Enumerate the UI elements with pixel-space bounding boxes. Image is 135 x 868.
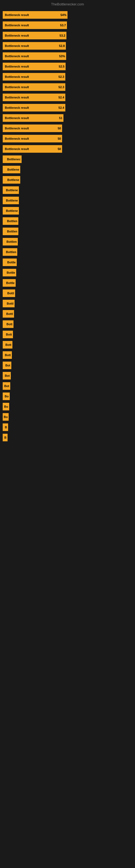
bar-label: Bottle (6, 281, 14, 284)
bar-label: Bottl (7, 302, 13, 305)
bar-label: Bott (6, 333, 12, 336)
bar-fill: B (3, 434, 8, 441)
bar-label: Bottleneck result (4, 65, 59, 68)
bar-row: Bottleneck result52.5 (3, 62, 132, 71)
bar-fill: Bo (3, 413, 9, 421)
bar-value: 52.4 (58, 106, 64, 109)
bar-label: Bott (5, 343, 11, 346)
bar-row: Bottlen (3, 247, 132, 257)
bar-fill: Bottleneck result50 (3, 145, 62, 153)
header: TheBottlenecker.com (0, 0, 135, 7)
chart-container: Bottleneck result54%Bottleneck result53.… (0, 7, 135, 446)
bar-row: Bottleneck result53% (3, 51, 132, 61)
bar-label: Bottleneck result (4, 75, 58, 79)
bar-label: Bo (5, 395, 9, 398)
bar-label: Bottlen (7, 219, 17, 223)
bar-value: 53.7 (60, 24, 66, 27)
bar-fill: Bott (3, 331, 13, 338)
bar-label: Bottlene (6, 209, 18, 212)
bar-label: Bo (4, 405, 8, 408)
bar-value: 50 (58, 137, 61, 140)
bar-label: Bott (6, 322, 12, 326)
bar-label: B (4, 436, 6, 439)
bar-label: Bottlen (6, 240, 17, 243)
bar-row: Bottleneck result54% (3, 10, 132, 20)
bar-row: B (3, 433, 132, 442)
bar-fill: Bottlen (3, 227, 18, 235)
bar-label: Bottleneck result (4, 13, 60, 17)
bar-fill: Bott (3, 320, 13, 328)
bar-row: Bot (3, 371, 132, 380)
bar-label: Bottleneck result (4, 55, 59, 58)
bar-label: Bottl (6, 312, 13, 315)
bar-label: Bottlen (7, 230, 17, 233)
bar-row: Bott (3, 340, 132, 350)
bar-value: 53.2 (60, 34, 65, 37)
bar-label: B (5, 426, 7, 429)
bar-value: 52.8 (59, 44, 65, 48)
bar-row: Bot (3, 361, 132, 370)
bar-label: Bottlene (6, 188, 18, 192)
bar-label: Bottl (7, 291, 14, 295)
bar-row: Bottleneck result50 (3, 123, 132, 133)
bar-label: Bot (4, 384, 9, 388)
bar-row: Bo (3, 412, 132, 422)
bar-row: Bottleneck result52.3 (3, 82, 132, 92)
bar-label: Bottleneck result (4, 137, 58, 140)
bar-label: Bottlen (6, 250, 16, 254)
bar-fill: Bottlene (3, 166, 20, 173)
bar-label: Bottleneck result (4, 96, 58, 99)
bar-value: 53% (59, 55, 65, 58)
bar-row: Bottleneck result52.4 (3, 103, 132, 113)
bar-row: Bott (3, 330, 132, 339)
bar-fill: Bottleneck result52.8 (3, 42, 66, 50)
bar-fill: Bottleneck result52.4 (3, 94, 65, 101)
bar-fill: B (3, 424, 8, 431)
bar-row: Bottleneck result52.4 (3, 93, 132, 102)
bar-fill: Bottleneck result52.3 (3, 83, 65, 91)
bar-fill: Bottleneck result51 (3, 114, 63, 122)
bar-label: Bottleneck result (4, 127, 58, 130)
bar-label: Bott (5, 353, 11, 357)
bar-fill: Bottleneck result53% (3, 52, 66, 60)
bar-row: Bottlene (3, 206, 132, 216)
bar-label: Bottlene (7, 178, 19, 182)
bar-row: Bottl (3, 309, 132, 319)
bar-value: 50 (58, 127, 61, 130)
bar-value: 52.5 (59, 65, 64, 68)
bar-fill: Bottlene (3, 176, 20, 184)
bar-fill: Bottle (3, 279, 16, 287)
bar-fill: Bottleneck result54% (3, 11, 68, 19)
bar-label: Bottle (7, 261, 16, 264)
bar-fill: Bottl (3, 310, 14, 318)
bar-fill: Bottle (3, 258, 17, 266)
bar-fill: Bottlenec (3, 155, 21, 163)
bar-label: Bottleneck result (4, 44, 59, 48)
bar-row: Bottle (3, 268, 132, 278)
bar-row: Bottleneck result52.3 (3, 72, 132, 82)
bar-label: Bottleneck result (4, 24, 60, 27)
bar-label: Bo (4, 415, 8, 418)
bar-row: Bo (3, 402, 132, 411)
bar-row: Bott (3, 319, 132, 329)
bar-fill: Bott (3, 351, 12, 359)
bar-fill: Bot (3, 372, 11, 379)
bar-row: Bott (3, 350, 132, 360)
bar-fill: Bottleneck result53.7 (3, 22, 67, 29)
bar-row: Bottleneck result50 (3, 144, 132, 154)
bar-label: Bottlene (7, 168, 19, 171)
bar-fill: Bottlene (3, 186, 19, 194)
bar-fill: Bottle (3, 269, 16, 276)
bar-row: Bottlene (3, 165, 132, 175)
bar-row: Bottlene (3, 195, 132, 205)
bar-row: Bottleneck result53.2 (3, 31, 132, 40)
bar-fill: Bot (3, 382, 10, 390)
bar-label: Bottleneck result (4, 116, 59, 120)
bar-fill: Bo (3, 403, 9, 410)
bar-row: Bottleneck result50 (3, 134, 132, 144)
bar-fill: Bottl (3, 300, 14, 307)
bar-row: Bottle (3, 278, 132, 288)
bar-fill: Bottleneck result50 (3, 124, 62, 132)
bar-fill: Bottl (3, 289, 15, 297)
bar-fill: Bottlene (3, 197, 19, 204)
